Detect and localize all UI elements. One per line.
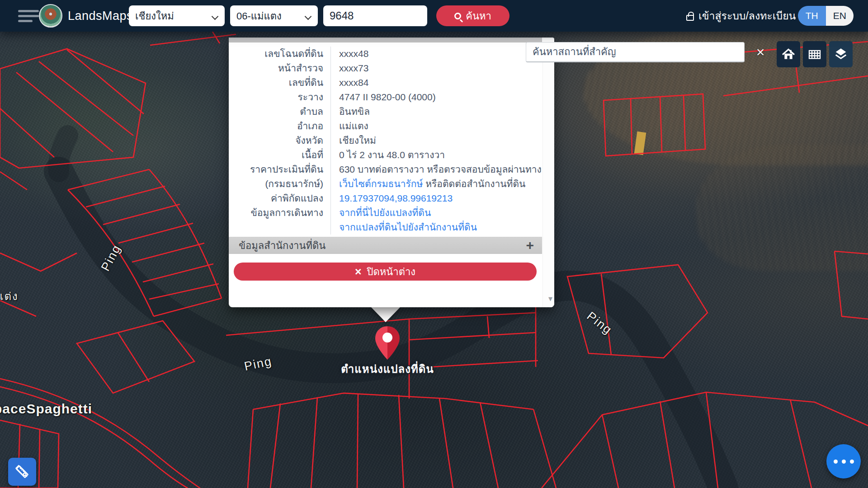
clear-search-icon[interactable]: × xyxy=(751,43,769,61)
grid-sheet-button[interactable] xyxy=(803,41,826,67)
place-search-input[interactable] xyxy=(526,42,745,62)
land-office-section-label: ข้อมูลสำนักงานที่ดิน xyxy=(239,238,326,253)
treasury-website-link[interactable]: เว็บไซต์กรมธนารักษ์ xyxy=(339,178,423,189)
row-amphoe: อำเภอ แม่แตง xyxy=(229,119,542,133)
parcel-number-input[interactable] xyxy=(323,5,427,26)
parcel-location-pin[interactable] xyxy=(374,325,401,361)
price-label-line1: ราคาประเมินที่ดิน xyxy=(250,164,323,174)
search-button[interactable]: ค้นหา xyxy=(436,5,509,26)
price-text: 630 บาทต่อตารางวา หรือตรวจสอบข้อมูลผ่านท… xyxy=(339,164,542,174)
row-appraisal-price: ราคาประเมินที่ดิน (กรมธนารักษ์) 630 บาทต… xyxy=(229,162,542,191)
row-coordinates: ค่าพิกัดแปลง 19.17937094,98.99619213 xyxy=(229,191,542,206)
home-icon xyxy=(781,47,796,61)
province-select[interactable]: เชียงใหม่ xyxy=(129,5,225,26)
land-office-section-header[interactable]: ข้อมูลสำนักงานที่ดิน + xyxy=(229,237,542,254)
dol-seal-logo xyxy=(39,4,62,28)
layers-button[interactable] xyxy=(829,41,853,67)
landsmaps-app: Ping Ping Ping paceSpaghetti แต่ง ตำแหน่… xyxy=(0,0,868,488)
route-parcel-to-office-link[interactable]: จากแปลงที่ดินไปยังสำนักงานที่ดิน xyxy=(339,222,477,232)
login-register-link[interactable]: เข้าสู่ระบบ/ลงทะเบียน xyxy=(686,0,796,32)
pin-caption: ตำแหน่งแปลงที่ดิน xyxy=(333,360,442,378)
lang-th-button[interactable]: TH xyxy=(798,6,826,26)
menu-icon[interactable] xyxy=(18,10,39,23)
layers-icon xyxy=(833,47,849,62)
ellipsis-icon xyxy=(850,460,854,464)
panel-scrolled-header xyxy=(229,38,542,42)
parcel-info-panel: เลขโฉนดที่ดิน xxxx48 หน้าสำรวจ xxxx73 เล… xyxy=(229,38,554,307)
row-tambon: ตำบล อินทขิล xyxy=(229,104,542,119)
expand-plus-icon[interactable]: + xyxy=(526,239,534,252)
row-travel-info: ข้อมูลการเดินทาง จากที่นี่ไปยังแปลงที่ดิ… xyxy=(229,206,542,235)
app-title: LandsMaps xyxy=(68,0,133,32)
ruler-pencil-icon xyxy=(14,463,31,480)
language-toggle: TH EN xyxy=(798,6,854,26)
parcel-info-rows: เลขโฉนดที่ดิน xxxx48 หน้าสำรวจ xxxx73 เล… xyxy=(229,47,542,235)
row-sheet: ระวาง 4747 II 9820-00 (4000) xyxy=(229,90,542,104)
row-survey-page: หน้าสำรวจ xxxx73 xyxy=(229,61,542,75)
row-deed-no: เลขโฉนดที่ดิน xxxx48 xyxy=(229,47,542,61)
grid-icon xyxy=(807,47,822,61)
row-parcel-no: เลขที่ดิน xxxx84 xyxy=(229,75,542,90)
panel-scrollbar[interactable]: ▾ xyxy=(542,42,554,307)
ellipsis-icon xyxy=(834,460,838,464)
search-button-label: ค้นหา xyxy=(466,8,491,24)
route-here-to-parcel-link[interactable]: จากที่นี่ไปยังแปลงที่ดิน xyxy=(339,207,431,218)
close-window-label: ปิดหน้าต่าง xyxy=(367,264,416,280)
lang-en-button[interactable]: EN xyxy=(826,6,854,26)
lock-icon xyxy=(686,15,694,21)
ellipsis-icon xyxy=(842,460,846,464)
place-label-edge: แต่ง xyxy=(0,287,19,305)
price-text2: หรือติดต่อสำนักงานที่ดิน xyxy=(423,178,525,189)
close-icon: × xyxy=(355,265,362,278)
home-view-button[interactable] xyxy=(777,41,800,67)
close-window-button[interactable]: × ปิดหน้าต่าง xyxy=(234,263,537,281)
panel-caret xyxy=(371,307,401,322)
coordinates-link[interactable]: 19.17937094,98.99619213 xyxy=(339,193,453,203)
row-area: เนื้อที่ 0 ไร่ 2 งาน 48.0 ตารางวา xyxy=(229,148,542,162)
place-label-spaghetti: paceSpaghetti xyxy=(0,401,92,417)
row-province: จังหวัด เชียงใหม่ xyxy=(229,133,542,148)
login-register-label: เข้าสู่ระบบ/ลงทะเบียน xyxy=(698,8,796,24)
measure-tools-button[interactable] xyxy=(8,458,36,486)
district-select[interactable]: 06-แม่แตง xyxy=(230,5,318,26)
more-options-fab[interactable] xyxy=(826,444,861,479)
search-icon xyxy=(454,13,461,19)
scroll-down-icon[interactable]: ▾ xyxy=(548,294,552,304)
top-navbar: LandsMaps เชียงใหม่ 06-แม่แตง ค้นหา เข้า… xyxy=(0,0,868,32)
price-label-line2: (กรมธนารักษ์) xyxy=(265,178,323,189)
